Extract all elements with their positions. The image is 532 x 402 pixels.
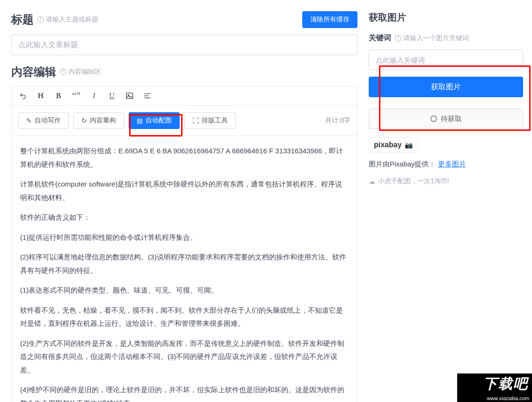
title-heading: 标题 (11, 12, 34, 27)
info-icon: ! (60, 69, 66, 75)
paragraph: (2)程序可以满意地处理信息的数据结构。(3)说明程序功能要求和程序需要的文档的… (20, 251, 349, 277)
align-left-icon[interactable] (143, 91, 152, 100)
editor-body[interactable]: 整个计算机系统由两部分组成：E.69DA 5 E 6 BA 9062616964… (12, 136, 357, 402)
layout-tool-button[interactable]: 排版工具 (184, 112, 236, 129)
camera-icon: 📷 (405, 141, 413, 149)
editor-card: H B “” I U 自动写作 内容重构 自动配图 排版工具 共计:0字 整个计… (11, 86, 357, 402)
italic-icon[interactable]: I (89, 91, 99, 100)
layout-icon (137, 117, 143, 124)
paragraph: (1)表达形式不同的硬件类型、颜色、味道、可见、可摸、可闻。 (20, 284, 349, 297)
circle-icon (430, 115, 437, 122)
auto-write-button[interactable]: 自动写作 (18, 112, 69, 129)
pixabay-name: pixabay (374, 141, 402, 149)
content-heading-row: 内容编辑 ! 内容编辑区 (11, 65, 357, 79)
content-heading: 内容编辑 (11, 65, 56, 79)
more-images-link[interactable]: 更多图片 (438, 160, 466, 168)
fetch-image-button[interactable]: 获取图片 (369, 77, 523, 97)
paragraph: (2)生产方式不同的软件是开发，是人类智能的高发挥，而不是传统意义上的硬件制造。… (20, 337, 349, 377)
underline-icon[interactable]: U (107, 91, 117, 100)
sidebar-column: 获取图片 关键词 ! 请输入一个图片关键词 获取图片 待获取 pixabay 📷… (369, 11, 523, 402)
watermark-url: www.xiazaiba.com (457, 395, 532, 402)
info-icon: ! (395, 35, 401, 42)
paragraph: (4)维护不同的硬件是旧的，理论上软件是旧的，并不坏，但实际上软件也是旧的和坏的… (20, 383, 349, 402)
keyword-label-row: 关键词 ! 请输入一个图片关键词 (369, 33, 523, 43)
undo-icon[interactable] (18, 91, 28, 100)
main-column: 标题 ! 请输入主题或标题 清除所有缓存 内容编辑 ! 内容编辑区 H B “” (11, 11, 357, 402)
grid-icon (192, 117, 199, 124)
quote-icon[interactable]: “” (72, 91, 81, 100)
action-toolbar: 自动写作 内容重构 自动配图 排版工具 共计:0字 (12, 106, 357, 136)
watermark-title: 下载吧 (457, 373, 532, 395)
info-icon: ! (37, 16, 44, 23)
sidebar-heading: 获取图片 (369, 11, 523, 24)
footer-note-text: 小虎子配图，一次1淘币! (378, 177, 449, 186)
paragraph: 整个计算机系统由两部分组成：E.69DA 5 E 6 BA 9062616964… (20, 144, 349, 171)
restructure-button[interactable]: 内容重构 (73, 112, 124, 129)
watermark: 下载吧 www.xiazaiba.com (457, 373, 532, 402)
cloud-icon (369, 178, 375, 185)
pixabay-badge: pixabay 📷 (369, 137, 418, 152)
bold-icon[interactable]: B (54, 91, 63, 100)
keyword-input[interactable] (369, 50, 523, 70)
word-count: 共计:0字 (325, 116, 350, 125)
keyword-hint: ! 请输入一个图片关键词 (395, 34, 469, 43)
title-header-row: 标题 ! 请输入主题或标题 清除所有缓存 (11, 11, 357, 28)
status-text: 待获取 (441, 115, 462, 123)
status-pending: 待获取 (369, 108, 523, 129)
title-hint: ! 请输入主题或标题 (37, 15, 98, 24)
reload-icon (81, 117, 87, 124)
keyword-label: 关键词 (369, 33, 391, 43)
pencil-icon (26, 117, 32, 124)
content-hint: ! 内容编辑区 (60, 68, 101, 76)
clear-cache-button[interactable]: 清除所有缓存 (302, 11, 357, 28)
title-input[interactable] (11, 35, 357, 55)
paragraph: (1)提供运行时所需功能和性能的命令或计算机程序集合。 (20, 231, 349, 244)
image-icon[interactable] (125, 91, 134, 100)
format-toolbar: H B “” I U (12, 86, 357, 106)
title-hint-text: 请输入主题或标题 (46, 15, 98, 24)
credit-text: 图片由Pixabay提供： (369, 160, 436, 168)
paragraph: 软件的正确含义如下： (20, 211, 349, 224)
auto-image-button[interactable]: 自动配图 (129, 112, 180, 129)
keyword-hint-text: 请输入一个图片关键词 (403, 34, 469, 43)
credit-row: 图片由Pixabay提供： 更多图片 (369, 160, 523, 169)
paragraph: 软件看不见，无色，枯燥，看不见，摸不到，闻不到。软件大部分存在于人们的头脑或纸上… (20, 304, 349, 330)
footer-note: 小虎子配图，一次1淘币! (369, 177, 523, 186)
heading-icon[interactable]: H (36, 91, 45, 100)
content-hint-text: 内容编辑区 (68, 68, 101, 76)
paragraph: 计算机软件(computer software)是指计算机系统中除硬件以外的所有… (20, 178, 349, 204)
